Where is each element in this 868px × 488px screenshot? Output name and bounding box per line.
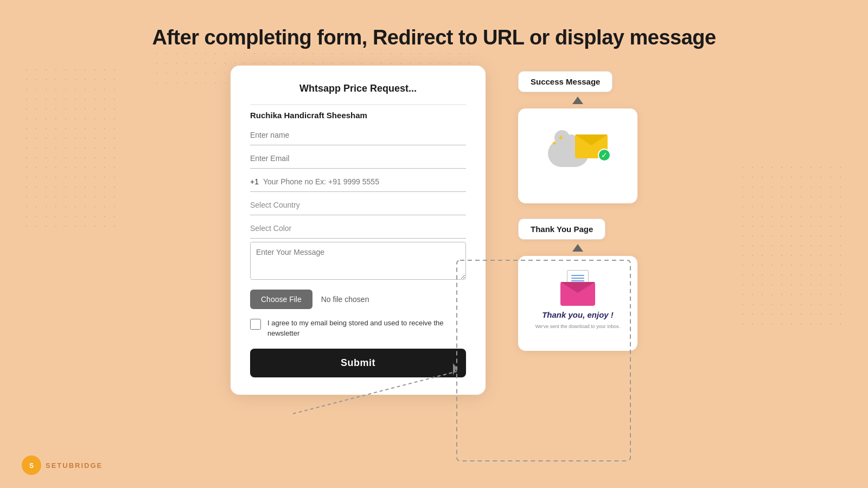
email-success-illustration: ✓ ✦ ✦ — [548, 134, 608, 178]
checkbox-label: I agree to my email being stored and use… — [267, 318, 466, 339]
form-subtitle: Ruchika Handicraft Sheesham — [250, 111, 466, 120]
thankyou-card: Thank you, enjoy ! We've sent the downlo… — [518, 256, 637, 351]
no-file-label: No file chosen — [321, 295, 369, 304]
phone-field-row: +1 — [250, 172, 466, 192]
thankyou-sub: We've sent the download to your inbox. — [535, 324, 621, 329]
success-card: ✓ ✦ ✦ — [518, 108, 637, 203]
phone-prefix: +1 — [250, 172, 263, 191]
envelope-icon: ✓ — [575, 134, 608, 158]
divider — [250, 104, 466, 105]
thankyou-group: Thank You Page — [518, 219, 637, 351]
checkbox-row: I agree to my email being stored and use… — [250, 318, 466, 339]
thankyou-text: Thank you, enjoy ! — [542, 310, 614, 319]
env-flap — [560, 282, 595, 293]
form-card: Whtsapp Price Request... Ruchika Handicr… — [231, 66, 486, 395]
message-textarea[interactable] — [250, 242, 466, 280]
setubridge-icon: S — [25, 459, 37, 471]
success-message-group: Success Message ✓ ✦ ✦ — [518, 71, 637, 203]
name-input[interactable] — [250, 125, 466, 145]
logo-icon: S — [22, 455, 41, 475]
email-input[interactable] — [250, 149, 466, 169]
color-select[interactable]: Select Color — [250, 219, 466, 239]
check-icon: ✓ — [598, 149, 611, 162]
logo-area: S SETUBRIDGE — [22, 455, 103, 475]
agreement-checkbox[interactable] — [250, 319, 261, 330]
choose-file-button[interactable]: Choose File — [250, 290, 312, 309]
env-body — [560, 282, 595, 306]
letter-line-2 — [571, 278, 584, 279]
success-label: Success Message — [518, 71, 612, 92]
sparkle-icon-1: ✦ — [558, 133, 564, 142]
letter-line-3 — [571, 280, 584, 281]
logo-text: SETUBRIDGE — [46, 461, 103, 470]
form-title: Whtsapp Price Request... — [250, 83, 466, 94]
sparkle-icon-2: ✦ — [551, 139, 558, 147]
country-select[interactable]: Select Country — [250, 195, 466, 215]
arrow-up-thankyou — [572, 244, 583, 252]
arrow-up-success — [572, 97, 583, 104]
file-upload-row: Choose File No file chosen — [250, 290, 466, 309]
svg-text:S: S — [29, 462, 34, 470]
decorative-dots-right — [738, 163, 846, 325]
phone-input[interactable] — [263, 172, 466, 191]
thankyou-envelope-icon — [560, 278, 595, 306]
decorative-dots-left — [22, 65, 119, 228]
right-panel: Success Message ✓ ✦ ✦ Thank You Page — [518, 71, 637, 351]
submit-button[interactable]: Submit — [250, 349, 466, 377]
thankyou-label: Thank You Page — [518, 219, 605, 240]
letter-line-1 — [571, 275, 584, 276]
thankyou-illustration: Thank you, enjoy ! We've sent the downlo… — [535, 278, 621, 329]
